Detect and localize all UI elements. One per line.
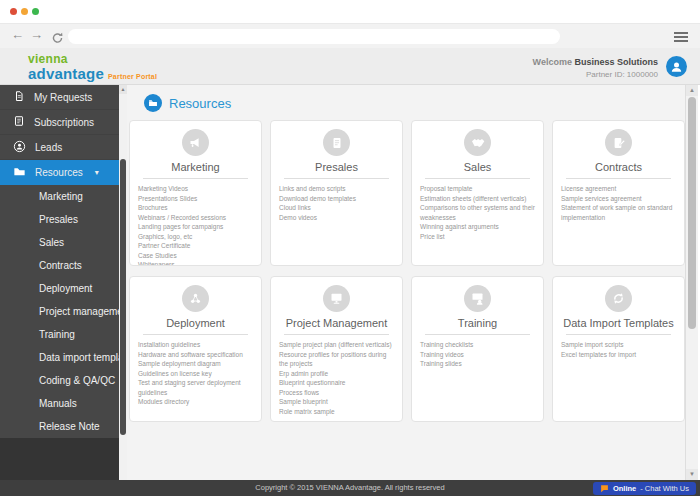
sidebar-scrollbar[interactable]: ▲ — [119, 85, 127, 480]
resource-link-estimation-sheets-different-verticals[interactable]: Estimation sheets (different verticals) — [420, 194, 538, 204]
forward-button[interactable]: → — [30, 27, 43, 42]
menu-icon[interactable] — [674, 32, 688, 44]
leads-icon — [13, 140, 26, 155]
resource-link-installation-guidelines[interactable]: Installation guidelines — [138, 340, 256, 350]
resource-link-sample-import-scripts[interactable]: Sample import scripts — [561, 340, 679, 350]
url-input[interactable] — [68, 29, 560, 44]
resource-link-excel-templates-for-import[interactable]: Excel templates for import — [561, 350, 679, 360]
sidebar-item-my-requests[interactable]: My Requests — [0, 85, 119, 110]
card-list: Links and demo scriptsDownload demo temp… — [271, 182, 402, 222]
content-scrollbar-thumb[interactable] — [688, 97, 696, 329]
resources-folder-icon — [144, 94, 162, 112]
sidebar-subitem-manuals[interactable]: Manuals — [0, 392, 119, 415]
back-button[interactable]: ← — [11, 27, 24, 42]
resource-link-training-checklists[interactable]: Training checklists — [420, 340, 538, 350]
card-title: Sales — [412, 161, 543, 173]
resource-link-webinars-recorded-sessions[interactable]: Webinars / Recorded sessions — [138, 213, 256, 223]
sidebar-subitem-data-import-templates[interactable]: Data import templates — [0, 346, 119, 369]
scroll-up-icon[interactable]: ▲ — [119, 85, 127, 94]
resource-link-role-matrix-sample[interactable]: Role matrix sample — [279, 407, 397, 417]
resource-link-blueprint-questionnaire[interactable]: Blueprint questionnaire — [279, 378, 397, 388]
sidebar-scrollbar-thumb[interactable] — [120, 159, 126, 435]
sidebar-item-resources[interactable]: Resources ▾ — [0, 160, 119, 185]
sidebar-item-label: Leads — [35, 142, 62, 153]
card-divider — [425, 334, 530, 335]
resource-link-partner-certificate[interactable]: Partner Certificate — [138, 241, 256, 251]
sidebar-nav: My Requests Subscriptions Leads Resource… — [0, 85, 119, 480]
sidebar-subitems: MarketingPresalesSalesContractsDeploymen… — [0, 185, 119, 438]
card-divider — [566, 178, 671, 179]
resource-link-demo-videos[interactable]: Demo videos — [279, 213, 397, 223]
resource-link-presentations-slides[interactable]: Presentations Slides — [138, 194, 256, 204]
refresh-icon[interactable] — [51, 30, 64, 43]
resource-link-license-agreement[interactable]: License agreement — [561, 184, 679, 194]
scroll-down-icon[interactable]: ▼ — [686, 469, 698, 480]
card-list: Sample project plan (different verticals… — [271, 338, 402, 416]
resource-link-links-and-demo-scripts[interactable]: Links and demo scripts — [279, 184, 397, 194]
resource-link-sample-blueprint[interactable]: Sample blueprint — [279, 397, 397, 407]
portal-header: vienna advantagePartner Portal Welcome B… — [0, 48, 700, 85]
sidebar-subitem-marketing[interactable]: Marketing — [0, 185, 119, 208]
resource-card-deployment: DeploymentInstallation guidelinesHardwar… — [129, 276, 262, 422]
resource-link-download-demo-templates[interactable]: Download demo templates — [279, 194, 397, 204]
resource-link-brochures[interactable]: Brochures — [138, 203, 256, 213]
resource-link-sample-services-agreement[interactable]: Sample services agreement — [561, 194, 679, 204]
sidebar-subitem-coding-qa-qc[interactable]: Coding & QA/QC — [0, 369, 119, 392]
resource-link-cloud-links[interactable]: Cloud links — [279, 203, 397, 213]
resource-card-contracts: ContractsLicense agreementSample service… — [552, 120, 685, 266]
sidebar-subitem-deployment[interactable]: Deployment — [0, 277, 119, 300]
card-divider — [566, 334, 671, 335]
resource-link-sample-deployment-diagram[interactable]: Sample deployment diagram — [138, 359, 256, 369]
card-divider — [143, 178, 248, 179]
resource-link-modules-directory[interactable]: Modules directory — [138, 397, 256, 407]
user-name: Business Solutions — [574, 57, 658, 67]
document-icon — [323, 129, 350, 156]
sidebar-filler — [0, 438, 119, 480]
vienna-advantage-logo[interactable]: vienna advantagePartner Portal — [28, 53, 157, 81]
content-scrollbar[interactable]: ▲ ▼ — [685, 85, 698, 480]
cards-grid: MarketingMarketing VideosPresentations S… — [129, 120, 685, 422]
page-heading: Resources — [127, 85, 685, 112]
sidebar-item-leads[interactable]: Leads — [0, 135, 119, 160]
resource-link-resource-profiles-for-positions-during-the-projects[interactable]: Resource profiles for positions during t… — [279, 350, 397, 369]
subscriptions-icon — [13, 115, 25, 129]
minimize-window-icon[interactable] — [21, 8, 28, 15]
resource-link-sample-project-plan-different-verticals[interactable]: Sample project plan (different verticals… — [279, 340, 397, 350]
resource-link-hardware-and-software-specification[interactable]: Hardware and software specification — [138, 350, 256, 360]
resource-link-winning-against-arguments[interactable]: Winning against arguments — [420, 222, 538, 232]
zoom-window-icon[interactable] — [32, 8, 39, 15]
card-divider — [284, 334, 389, 335]
resource-link-guidelines-on-license-key[interactable]: Guidelines on license key — [138, 369, 256, 379]
resource-link-statement-of-work-sample-on-standard-implementation[interactable]: Statement of work sample on standard imp… — [561, 203, 679, 222]
sidebar-subitem-training[interactable]: Training — [0, 323, 119, 346]
sidebar-subitem-release-note[interactable]: Release Note — [0, 415, 119, 438]
resource-link-price-list[interactable]: Price list — [420, 232, 538, 242]
sidebar-item-subscriptions[interactable]: Subscriptions — [0, 110, 119, 135]
resource-link-comparisons-to-other-systems-and-their-weaknesses[interactable]: Comparisons to other systems and their w… — [420, 203, 538, 222]
resource-link-whitepapers[interactable]: Whitepapers — [138, 260, 256, 266]
sidebar-subitem-project-management[interactable]: Project management — [0, 300, 119, 323]
user-avatar[interactable] — [666, 56, 687, 77]
logo-vienna: vienna — [28, 53, 157, 65]
scroll-up-icon[interactable]: ▲ — [686, 85, 698, 96]
resource-link-training-slides[interactable]: Training slides — [420, 359, 538, 369]
resource-link-graphics-logo-etc[interactable]: Graphics, logo, etc — [138, 232, 256, 242]
resource-link-proposal-template[interactable]: Proposal template — [420, 184, 538, 194]
resource-link-landing-pages-for-campaigns[interactable]: Landing pages for campaigns — [138, 222, 256, 232]
card-divider — [284, 178, 389, 179]
resource-link-marketing-videos[interactable]: Marketing Videos — [138, 184, 256, 194]
resource-link-process-flows[interactable]: Process flows — [279, 388, 397, 398]
sidebar-subitem-contracts[interactable]: Contracts — [0, 254, 119, 277]
resource-link-erp-admin-profile[interactable]: Erp admin profile — [279, 369, 397, 379]
folder-icon — [13, 165, 26, 180]
resource-link-case-studies[interactable]: Case Studies — [138, 251, 256, 261]
close-window-icon[interactable] — [10, 8, 17, 15]
sidebar-subitem-presales[interactable]: Presales — [0, 208, 119, 231]
resource-card-training: TrainingTraining checklistsTraining vide… — [411, 276, 544, 422]
resource-link-training-videos[interactable]: Training videos — [420, 350, 538, 360]
resource-link-test-and-staging-server-deployment-guidelines[interactable]: Test and staging server deployment guide… — [138, 378, 256, 397]
main-content: Resources MarketingMarketing VideosPrese… — [127, 85, 685, 480]
sidebar-subitem-sales[interactable]: Sales — [0, 231, 119, 254]
chat-widget[interactable]: Online - Chat With Us — [593, 482, 696, 495]
resource-card-data-import-templates: Data Import TemplatesSample import scrip… — [552, 276, 685, 422]
